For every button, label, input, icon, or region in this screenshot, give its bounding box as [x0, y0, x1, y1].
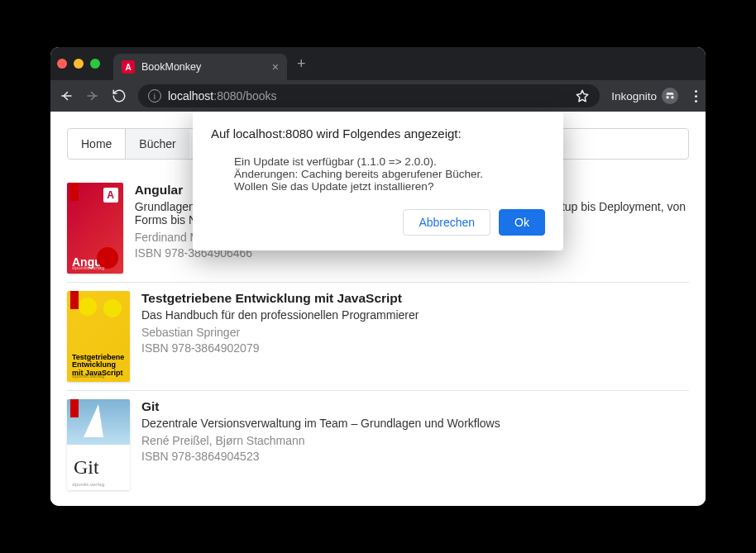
new-tab-button[interactable]: +	[297, 55, 306, 73]
list-item[interactable]: Testgetriebene Entwicklung mit JavaScrip…	[67, 282, 689, 390]
list-item[interactable]: Git dpunkt.verlag Git Dezentrale Version…	[67, 390, 689, 498]
browser-tab[interactable]: A BookMonkey ×	[113, 54, 287, 80]
url-path: /books	[242, 89, 276, 102]
book-isbn: ISBN 978-3864902079	[141, 341, 419, 356]
incognito-label: Inkognito	[611, 90, 657, 102]
book-meta: Git Dezentrale Versionsverwaltung im Tea…	[141, 399, 500, 490]
tab-title: BookMonkey	[141, 61, 266, 73]
forward-button[interactable]	[85, 88, 100, 103]
bookmark-star-icon[interactable]	[575, 88, 590, 103]
angular-favicon-icon: A	[122, 60, 135, 74]
close-window-button[interactable]	[57, 59, 67, 69]
book-isbn: ISBN 978-3864904523	[141, 449, 500, 465]
tab-strip: A BookMonkey × +	[50, 47, 706, 80]
minimize-window-button[interactable]	[74, 59, 84, 69]
window-controls	[57, 59, 100, 69]
browser-toolbar: i localhost:8080/books Inkognito	[50, 80, 706, 112]
maximize-window-button[interactable]	[90, 59, 100, 69]
nav-home[interactable]: Home	[68, 129, 126, 159]
site-info-icon[interactable]: i	[148, 89, 161, 102]
ok-button[interactable]: Ok	[499, 209, 545, 236]
book-title: Git	[141, 399, 500, 414]
back-button[interactable]	[59, 88, 74, 103]
reload-button[interactable]	[112, 88, 127, 103]
book-subtitle: Dezentrale Versionsverwaltung im Team – …	[141, 417, 500, 430]
browser-menu-button[interactable]	[695, 90, 697, 102]
thumb-label: Git	[74, 456, 99, 479]
book-authors: René Preißel, Bjørn Stachmann	[141, 433, 500, 449]
url-host: localhost	[168, 89, 213, 102]
incognito-icon	[662, 88, 678, 104]
url-text: localhost:8080/books	[168, 89, 277, 102]
browser-window: A BookMonkey × + i localhost:8080/books …	[50, 47, 706, 506]
nav-books[interactable]: Bücher	[126, 129, 189, 159]
incognito-indicator[interactable]: Inkognito	[611, 88, 678, 104]
dialog-title: Auf localhost:8080 wird Folgendes angeze…	[211, 126, 545, 141]
book-authors: Sebastian Springer	[141, 325, 419, 341]
book-thumbnail: Git dpunkt.verlag	[67, 399, 130, 490]
url-port: :8080	[213, 89, 242, 102]
book-title: Testgetriebene Entwicklung mit JavaScrip…	[141, 291, 419, 306]
close-tab-button[interactable]: ×	[272, 60, 279, 74]
book-thumbnail: Testgetriebene Entwicklung mit JavaScrip…	[67, 291, 130, 382]
address-bar[interactable]: i localhost:8080/books	[138, 84, 600, 107]
book-subtitle: Das Handbuch für den professionellen Pro…	[141, 308, 419, 322]
dialog-actions: Abbrechen Ok	[211, 209, 545, 236]
book-meta: Testgetriebene Entwicklung mit JavaScrip…	[141, 291, 419, 382]
javascript-dialog: Auf localhost:8080 wird Folgendes angeze…	[193, 112, 563, 250]
book-thumbnail: Angular dpunkt.verlag	[67, 183, 123, 274]
cancel-button[interactable]: Abbrechen	[403, 209, 490, 236]
dialog-message: Ein Update ist verfügbar (1.1.0 => 2.0.0…	[234, 155, 545, 193]
